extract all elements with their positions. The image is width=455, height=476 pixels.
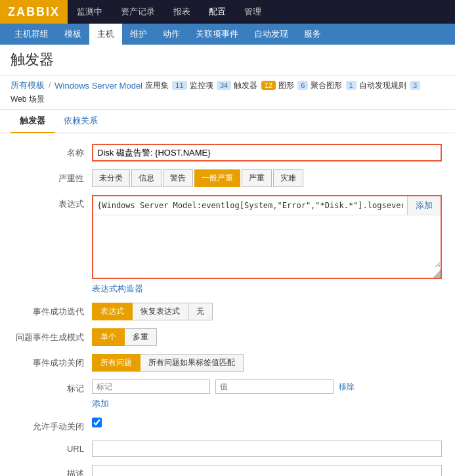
sub-nav: 主机群组 模板 主机 维护 动作 关联项事件 自动发现 服务 — [0, 24, 455, 45]
breadcrumb-web[interactable]: Web 场景 — [11, 94, 45, 105]
breadcrumb-auto-discovery[interactable]: 自动发现规则 3 — [359, 80, 420, 91]
description-textarea[interactable] — [92, 465, 442, 476]
tag-value-input[interactable] — [215, 379, 334, 394]
url-content — [92, 441, 442, 457]
name-label: 名称 — [13, 144, 92, 159]
sev-tab-disaster[interactable]: 灾难 — [273, 169, 303, 187]
breadcrumb-graphs[interactable]: 图形 6 — [278, 80, 308, 91]
success-option-none[interactable]: 无 — [188, 303, 213, 320]
problem-mode-options: 单个 多重 — [92, 328, 442, 346]
tag-remove-link[interactable]: 移除 — [339, 381, 355, 393]
expression-add-button[interactable]: 添加 — [407, 196, 441, 215]
breadcrumb-sep-1: / — [49, 81, 51, 90]
success-action-label: 事件成功迭代 — [13, 303, 92, 318]
resize-corner-icon — [433, 270, 441, 278]
top-nav: ZABBIX 监测中 资产记录 报表 配置 管理 — [0, 0, 455, 24]
top-menu-item-admin[interactable]: 管理 — [235, 0, 271, 24]
problem-mode-row: 问题事件生成模式 单个 多重 — [13, 328, 442, 346]
resize-handle — [93, 270, 441, 278]
severity-row: 严重性 未分类 信息 警告 一般严重 严重 灾难 — [13, 169, 442, 187]
name-row: 名称 — [13, 144, 442, 162]
severity-label: 严重性 — [13, 169, 92, 184]
tags-row: 标记 移除 添加 — [13, 379, 442, 410]
sub-nav-actions[interactable]: 动作 — [155, 24, 188, 45]
problem-mode-label: 问题事件生成模式 — [13, 328, 92, 343]
expression-builder-link[interactable]: 表达式构造器 — [92, 284, 143, 293]
expression-textarea-area — [93, 215, 441, 278]
ok-close-row: 事件成功关闭 所有问题 所有问题如果标签值匹配 — [13, 354, 442, 372]
expression-input[interactable] — [93, 196, 407, 215]
success-option-expression[interactable]: 表达式 — [92, 303, 133, 320]
tags-content: 移除 添加 — [92, 379, 442, 410]
manual-close-content — [92, 418, 442, 429]
name-input[interactable] — [92, 144, 442, 162]
tag-add-link[interactable]: 添加 — [92, 399, 109, 408]
success-action-options: 表达式 恢复表达式 无 — [92, 303, 442, 320]
expression-textarea[interactable] — [93, 215, 441, 268]
manual-close-label: 允许手动关闭 — [13, 418, 92, 433]
tags-input-row: 移除 — [92, 379, 442, 394]
page-title: 触发器 — [11, 51, 54, 68]
form-tabs: 触发器 依赖关系 — [0, 110, 455, 133]
top-menu: 监测中 资产记录 报表 配置 管理 — [68, 0, 271, 24]
top-menu-item-config[interactable]: 配置 — [200, 0, 235, 24]
manual-close-row: 允许手动关闭 — [13, 418, 442, 433]
success-option-recovery[interactable]: 恢复表达式 — [132, 303, 188, 320]
tab-trigger[interactable]: 触发器 — [11, 110, 54, 133]
problem-mode-content: 单个 多重 — [92, 328, 442, 346]
breadcrumb: 所有模板 / Windows Server Model 应用集 11 监控项 3… — [0, 76, 455, 110]
description-row: 描述 — [13, 465, 442, 476]
tag-name-input[interactable] — [92, 379, 210, 394]
ok-close-all[interactable]: 所有问题 — [92, 354, 141, 372]
sub-nav-discovery[interactable]: 自动发现 — [246, 24, 296, 45]
manual-close-checkbox[interactable] — [92, 418, 102, 427]
success-action-row: 事件成功迭代 表达式 恢复表达式 无 — [13, 303, 442, 320]
sev-tab-unclassified[interactable]: 未分类 — [92, 169, 130, 187]
severity-tabs: 未分类 信息 警告 一般严重 严重 灾难 — [92, 169, 442, 187]
main-content: 名称 严重性 未分类 信息 警告 一般严重 严重 灾难 表达式 添加 — [0, 133, 455, 476]
sev-tab-info[interactable]: 信息 — [131, 169, 162, 187]
url-label: URL — [13, 441, 92, 454]
top-menu-item-assets[interactable]: 资产记录 — [112, 0, 164, 24]
sub-nav-maintenance[interactable]: 维护 — [122, 24, 155, 45]
name-content — [92, 144, 442, 162]
expression-row: 表达式 添加 表达式构造器 — [13, 195, 442, 295]
breadcrumb-windows-server-model[interactable]: Windows Server Model — [54, 81, 142, 91]
description-content — [92, 465, 442, 476]
logo-text: ZABBIX — [8, 5, 60, 19]
breadcrumb-monitors[interactable]: 监控项 34 — [190, 80, 232, 91]
ok-close-content: 所有问题 所有问题如果标签值匹配 — [92, 354, 442, 372]
sub-nav-correlations[interactable]: 关联项事件 — [188, 24, 246, 45]
description-label: 描述 — [13, 465, 92, 476]
severity-content: 未分类 信息 警告 一般严重 严重 灾难 — [92, 169, 442, 187]
breadcrumb-app-set[interactable]: 应用集 11 — [145, 80, 187, 91]
ok-close-label: 事件成功关闭 — [13, 354, 92, 369]
problem-mode-single[interactable]: 单个 — [92, 328, 125, 346]
problem-mode-multiple[interactable]: 多重 — [124, 328, 157, 346]
top-menu-item-monitoring[interactable]: 监测中 — [68, 0, 112, 24]
expression-input-row: 添加 — [93, 196, 441, 215]
expression-wrapper: 添加 — [92, 195, 442, 279]
sub-nav-hosts[interactable]: 主机 — [89, 24, 122, 45]
sub-nav-host-groups[interactable]: 主机群组 — [7, 24, 56, 45]
success-action-content: 表达式 恢复表达式 无 — [92, 303, 442, 320]
sev-tab-average[interactable]: 一般严重 — [194, 169, 240, 187]
tags-label: 标记 — [13, 379, 92, 395]
ok-close-options: 所有问题 所有问题如果标签值匹配 — [92, 354, 442, 372]
tab-dependencies[interactable]: 依赖关系 — [54, 110, 107, 133]
sev-tab-high[interactable]: 严重 — [242, 169, 272, 187]
ok-close-tag-match[interactable]: 所有问题如果标签值匹配 — [140, 354, 244, 372]
sub-nav-services[interactable]: 服务 — [296, 24, 329, 45]
expression-label: 表达式 — [13, 195, 92, 210]
breadcrumb-all-templates[interactable]: 所有模板 — [11, 79, 45, 91]
breadcrumb-aggregate[interactable]: 聚合图形 1 — [311, 80, 356, 91]
url-row: URL — [13, 441, 442, 457]
top-menu-item-reports[interactable]: 报表 — [164, 0, 200, 24]
expression-content: 添加 表达式构造器 — [92, 195, 442, 295]
sev-tab-warning[interactable]: 警告 — [163, 169, 193, 187]
logo: ZABBIX — [0, 0, 68, 24]
page-header: 触发器 — [0, 45, 455, 76]
url-input[interactable] — [92, 441, 442, 457]
breadcrumb-triggers[interactable]: 触发器 12 — [234, 80, 276, 91]
sub-nav-templates[interactable]: 模板 — [56, 24, 89, 45]
